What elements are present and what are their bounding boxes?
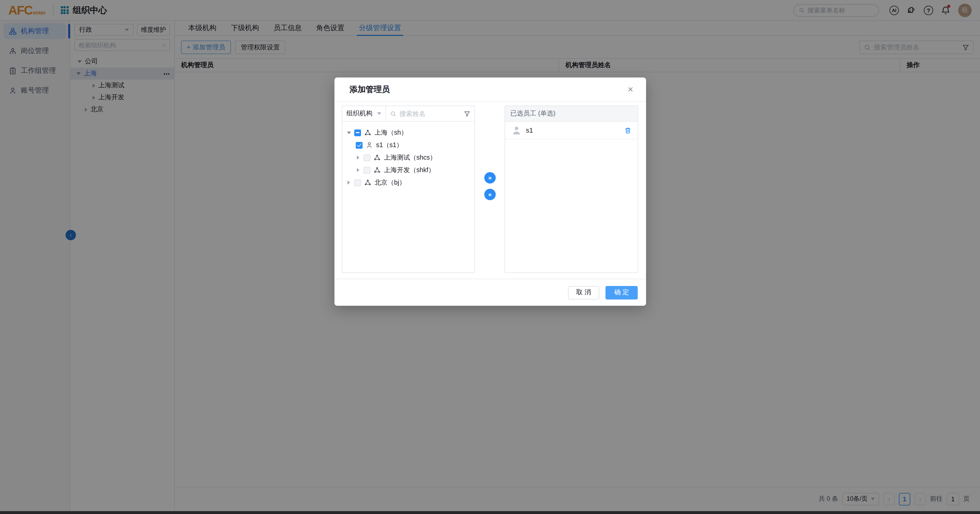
tree-node-beijing[interactable]: 北京（bj） [342,176,474,189]
move-right-button[interactable]: » [484,172,496,184]
tree-node-label: 上海测试（shcs） [384,153,436,162]
caret-right-icon[interactable] [357,155,360,160]
selected-panel-header: 已选员工 (单选) [505,106,638,122]
tree-node-shanghai[interactable]: 上海（sh） [342,126,474,139]
org-node-icon [364,179,371,186]
add-admin-dialog: 添加管理员 ✕ 组织机构 [334,78,646,306]
selected-employee-row: s1 [505,122,638,140]
chevron-down-icon [377,112,381,115]
dialog-header: 添加管理员 ✕ [334,78,646,102]
org-node-icon [374,154,381,161]
checkbox-unchecked[interactable] [364,154,371,161]
source-panel-header: 组织机构 [342,106,474,122]
tree-node-label: 北京（bj） [374,178,406,187]
close-icon[interactable]: ✕ [628,85,633,94]
selected-employee-name: s1 [526,126,533,134]
dialog-title: 添加管理员 [350,84,390,95]
candidate-tree: 上海（sh） s1（s1） 上海测试（shcs） [342,122,474,189]
tree-node-shanghai-dev[interactable]: 上海开发（shkf） [342,164,474,176]
source-type-value: 组织机构 [347,109,372,118]
cancel-button[interactable]: 取 消 [568,286,599,299]
filter-funnel-icon[interactable] [464,111,470,117]
delete-selected-button[interactable] [624,127,632,134]
tree-node-label: 上海（sh） [374,128,407,137]
tree-node-label: s1（s1） [376,141,403,149]
checkbox-unchecked[interactable] [364,167,371,173]
name-search-input[interactable] [399,110,461,117]
tree-node-s1[interactable]: s1（s1） [342,139,474,151]
move-left-button[interactable]: « [484,189,496,200]
caret-down-icon[interactable] [347,131,351,134]
source-type-select[interactable]: 组织机构 [342,106,386,121]
avatar-icon [511,125,522,135]
name-search[interactable] [386,106,474,121]
checkbox-indeterminate[interactable] [354,129,361,136]
dialog-footer: 取 消 确 定 [334,279,646,306]
dialog-body: 组织机构 上海（sh） [334,102,646,279]
org-node-icon [374,167,381,174]
search-icon [390,111,396,117]
selected-panel: 已选员工 (单选) s1 [504,106,638,273]
checkbox-unchecked[interactable] [354,179,361,186]
source-panel: 组织机构 上海（sh） [342,106,475,273]
checkbox-checked[interactable] [356,142,363,148]
caret-right-icon[interactable] [357,168,360,172]
caret-right-icon[interactable] [347,181,350,185]
org-node-icon [364,129,371,136]
person-node-icon [366,141,373,149]
app-window: AFC enter 组织中心 AI ? 租 [0,0,980,514]
tree-node-label: 上海开发（shkf） [384,166,435,175]
tree-node-shanghai-test[interactable]: 上海测试（shcs） [342,151,474,164]
confirm-button[interactable]: 确 定 [606,286,638,299]
trash-icon [624,127,632,134]
